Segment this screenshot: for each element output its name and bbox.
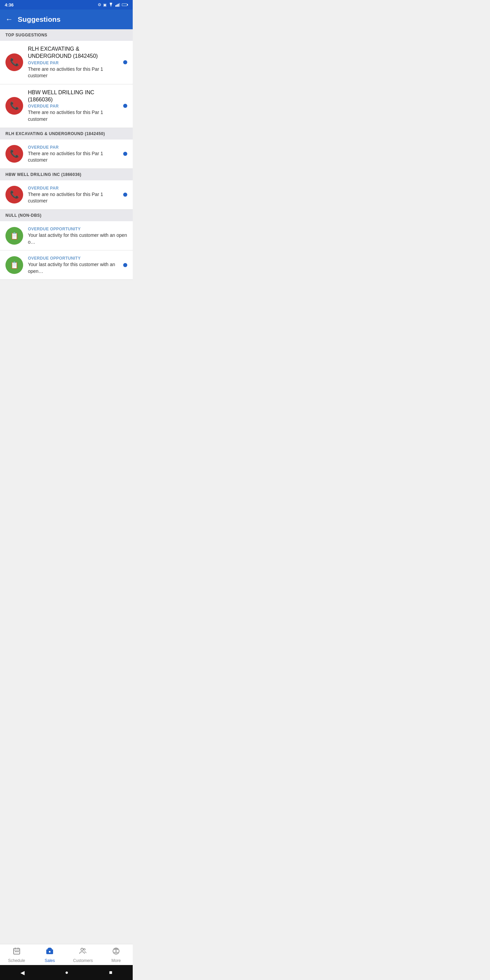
- calendar-icon-null2: 📋: [5, 256, 23, 274]
- item-content: HBW WELL DRILLING INC (1866036) OVERDUE …: [28, 89, 121, 123]
- item-desc: There are no activities for this Par 1 c…: [28, 150, 121, 164]
- phone-icon-rlh: 📞: [5, 145, 23, 163]
- item-content: OVERDUE OPPORTUNITY Your last activity f…: [28, 226, 127, 245]
- list-item[interactable]: 📋 OVERDUE OPPORTUNITY Your last activity…: [0, 221, 133, 250]
- unread-dot: [123, 104, 127, 108]
- list-item[interactable]: 📞 OVERDUE PAR There are no activities fo…: [0, 180, 133, 210]
- svg-rect-3: [119, 3, 120, 7]
- item-content: OVERDUE OPPORTUNITY Your last activity f…: [28, 255, 121, 275]
- list-item[interactable]: 📞 OVERDUE PAR There are no activities fo…: [0, 140, 133, 169]
- item-subtitle: OVERDUE PAR: [28, 60, 121, 65]
- item-desc: Your last activity for this customer wit…: [28, 261, 121, 275]
- phone-icon-rlh-top: 📞: [5, 53, 23, 71]
- item-desc: There are no activities for this Par 1 c…: [28, 191, 121, 205]
- item-content: OVERDUE PAR There are no activities for …: [28, 144, 121, 164]
- header: ← Suggestions: [0, 10, 133, 29]
- status-icons: ⚙ ▣: [98, 2, 128, 7]
- back-button[interactable]: ←: [5, 15, 13, 24]
- item-title: RLH EXCAVATING & UNDERGROUND (1842450): [28, 46, 121, 60]
- item-subtitle: OVERDUE PAR: [28, 145, 121, 150]
- phone-icon-hbw-top: 📞: [5, 97, 23, 115]
- unread-dot: [123, 152, 127, 156]
- battery-icon: [122, 3, 128, 7]
- content-area: TOP SUGGESTIONS 📞 RLH EXCAVATING & UNDER…: [0, 29, 133, 317]
- list-item[interactable]: 📞 RLH EXCAVATING & UNDERGROUND (1842450)…: [0, 41, 133, 84]
- svg-rect-1: [117, 5, 118, 6]
- item-subtitle: OVERDUE PAR: [28, 186, 121, 191]
- item-content: RLH EXCAVATING & UNDERGROUND (1842450) O…: [28, 46, 121, 79]
- wifi-icon: [108, 3, 114, 7]
- svg-rect-6: [122, 4, 127, 6]
- item-content: OVERDUE PAR There are no activities for …: [28, 185, 121, 205]
- status-time: 4:36: [5, 2, 14, 8]
- item-subtitle: OVERDUE OPPORTUNITY: [28, 227, 127, 231]
- svg-rect-2: [118, 4, 119, 6]
- item-desc: Your last activity for this customer wit…: [28, 232, 127, 245]
- signal-icon: [115, 3, 120, 7]
- page-title: Suggestions: [18, 15, 60, 24]
- item-title: HBW WELL DRILLING INC (1866036): [28, 89, 121, 103]
- item-subtitle: OVERDUE OPPORTUNITY: [28, 256, 121, 261]
- section-hbw: HBW WELL DRILLING INC (1866036): [0, 169, 133, 180]
- section-null: NULL (NON-DBS): [0, 210, 133, 221]
- item-subtitle: OVERDUE PAR: [28, 104, 121, 108]
- unread-dot: [123, 263, 127, 267]
- section-top-suggestions: TOP SUGGESTIONS: [0, 29, 133, 41]
- unread-dot: [123, 192, 127, 197]
- section-rlh: RLH EXCAVATING & UNDERGROUND (1842450): [0, 128, 133, 140]
- item-desc: There are no activities for this Par 1 c…: [28, 109, 121, 123]
- calendar-icon-null1: 📋: [5, 227, 23, 245]
- svg-rect-0: [115, 5, 116, 6]
- unread-dot: [123, 60, 127, 64]
- item-desc: There are no activities for this Par 1 c…: [28, 66, 121, 79]
- list-item[interactable]: 📋 OVERDUE OPPORTUNITY Your last activity…: [0, 250, 133, 280]
- sd-icon: ▣: [103, 3, 107, 7]
- gear-icon: ⚙: [98, 2, 102, 7]
- svg-rect-5: [127, 4, 128, 6]
- phone-icon-hbw: 📞: [5, 186, 23, 204]
- list-item[interactable]: 📞 HBW WELL DRILLING INC (1866036) OVERDU…: [0, 84, 133, 128]
- status-bar: 4:36 ⚙ ▣: [0, 0, 133, 10]
